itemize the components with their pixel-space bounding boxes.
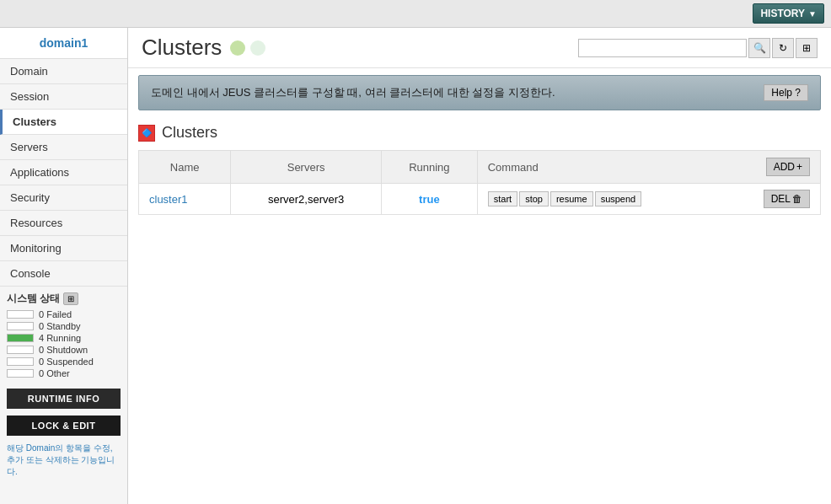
col-servers: Servers <box>231 151 382 184</box>
page-title-row: Clusters <box>142 35 265 61</box>
clusters-icon: 🔷 <box>138 125 155 142</box>
col-running: Running <box>381 151 477 184</box>
search-button[interactable]: 🔍 <box>748 38 770 58</box>
sidebar-item-domain[interactable]: Domain <box>0 59 127 84</box>
refresh-button[interactable]: ↻ <box>772 38 794 58</box>
status-row-other: 0 Other <box>7 368 121 378</box>
status-row-suspended: 0 Suspended <box>7 357 121 367</box>
dot-green <box>230 40 245 56</box>
command-buttons: start stop resume suspend <box>488 191 641 206</box>
search-row: 🔍 ↻ ⊞ <box>578 38 818 58</box>
resume-button[interactable]: resume <box>550 191 593 206</box>
sidebar-item-servers[interactable]: Servers <box>0 135 127 160</box>
add-button[interactable]: ADD + <box>766 158 810 176</box>
add-icon: + <box>796 161 802 173</box>
clusters-table: Name Servers Running Command <box>138 150 821 215</box>
history-label: HISTORY <box>760 8 805 19</box>
export-button[interactable]: ⊞ <box>796 38 818 58</box>
top-bar: HISTORY ▼ <box>0 0 831 28</box>
history-chevron: ▼ <box>808 9 817 19</box>
del-button[interactable]: DEL 🗑 <box>764 190 810 208</box>
start-button[interactable]: start <box>488 191 517 206</box>
system-status-section: 시스템 상태 ⊞ 0 Failed 0 Standby 4 Running <box>0 287 127 385</box>
cell-cluster-servers: server2,server3 <box>231 184 382 215</box>
status-bar-standby <box>7 322 34 330</box>
col-name: Name <box>139 151 231 184</box>
status-bar-suspended <box>7 357 34 366</box>
status-bar-running <box>7 334 34 342</box>
sidebar-item-applications[interactable]: Applications <box>0 160 127 185</box>
title-decoration <box>230 40 265 56</box>
cell-cluster-name[interactable]: cluster1 <box>139 184 231 215</box>
sidebar: domain1 Domain Session Clusters Servers … <box>0 28 128 504</box>
col-command: Command ADD + <box>477 151 820 184</box>
system-status-title: 시스템 상태 ⊞ <box>7 292 121 306</box>
del-icon: 🗑 <box>792 193 802 205</box>
clusters-section: 🔷 Clusters Name Servers Running <box>128 117 831 222</box>
dot-light <box>250 40 265 56</box>
sidebar-note: 해당 Domain의 항목을 수정, 추가 또는 삭제하는 기능입니다. <box>0 439 127 481</box>
status-bar-shutdown <box>7 346 34 354</box>
cell-cluster-running: true <box>381 184 477 215</box>
status-bar-failed <box>7 310 34 319</box>
sidebar-item-monitoring[interactable]: Monitoring <box>0 236 127 261</box>
status-row-shutdown: 0 Shutdown <box>7 345 121 355</box>
content-area: Clusters 🔍 ↻ ⊞ 도메인 내에서 JEUS 클러스터를 구성할 때,… <box>128 28 831 504</box>
sidebar-item-resources[interactable]: Resources <box>0 211 127 236</box>
runtime-info-button[interactable]: RUNTIME INFO <box>7 389 121 409</box>
sidebar-item-console[interactable]: Console <box>0 261 127 287</box>
stop-button[interactable]: stop <box>519 191 549 206</box>
info-banner: 도메인 내에서 JEUS 클러스터를 구성할 때, 여러 클러스터에 대한 설정… <box>138 75 821 110</box>
page-title: Clusters <box>142 35 222 61</box>
info-banner-text: 도메인 내에서 JEUS 클러스터를 구성할 때, 여러 클러스터에 대한 설정… <box>151 85 555 100</box>
lock-edit-button[interactable]: LOCK & EDIT <box>7 416 121 436</box>
sidebar-item-session[interactable]: Session <box>0 84 127 110</box>
content-header: Clusters 🔍 ↻ ⊞ <box>128 28 831 68</box>
status-row-failed: 0 Failed <box>7 309 121 319</box>
sidebar-item-clusters[interactable]: Clusters <box>0 110 127 135</box>
system-status-icon-button[interactable]: ⊞ <box>63 292 78 305</box>
search-input[interactable] <box>578 39 747 57</box>
main-layout: domain1 Domain Session Clusters Servers … <box>0 28 831 504</box>
clusters-heading: 🔷 Clusters <box>138 124 821 142</box>
history-button[interactable]: HISTORY ▼ <box>753 3 824 24</box>
domain-label[interactable]: domain1 <box>0 28 127 59</box>
sidebar-item-security[interactable]: Security <box>0 185 127 211</box>
status-bar-other <box>7 369 34 378</box>
status-row-running: 4 Running <box>7 333 121 343</box>
table-row: cluster1 server2,server3 true start <box>139 184 821 215</box>
status-row-standby: 0 Standby <box>7 321 121 331</box>
help-button[interactable]: Help ? <box>764 84 808 101</box>
suspend-button[interactable]: suspend <box>595 191 642 206</box>
cell-cluster-commands: start stop resume suspend DEL 🗑 <box>477 184 820 215</box>
